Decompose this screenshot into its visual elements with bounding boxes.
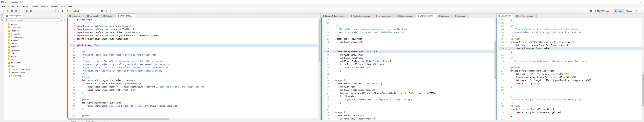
perspective-keyword[interactable]: Keyword: [614, 9, 624, 13]
tree-item-libs[interactable]: ▸libs: [4, 64, 67, 67]
console-view-icon[interactable]: ▤: [1, 18, 4, 21]
tree-item-my-reports[interactable]: ▸my-reports: [4, 48, 67, 52]
tree-item-qo[interactable]: ▸qo: [4, 58, 67, 61]
record-web-icon[interactable]: ●: [46, 9, 50, 13]
search-icon[interactable]: ○: [109, 9, 113, 13]
expand-arrow-icon[interactable]: ▸: [6, 46, 8, 48]
close-icon[interactable]: ×: [394, 15, 396, 17]
menu-testops[interactable]: TestOps: [39, 5, 50, 8]
outline-view-icon[interactable]: ≡: [1, 22, 4, 25]
tree-item-profiles[interactable]: ▸Profiles: [4, 23, 67, 26]
tab-tests-explorer[interactable]: Tests Explorer: [4, 14, 23, 18]
tree-item-include[interactable]: ▸Include: [4, 42, 67, 45]
stop-icon[interactable]: ■: [65, 9, 69, 13]
close-icon[interactable]: ×: [133, 15, 134, 17]
settings-icon[interactable]: ⚙: [104, 9, 108, 13]
menu-tools[interactable]: Tools: [59, 5, 67, 8]
collapse-all-icon[interactable]: ⊟: [63, 19, 66, 22]
redo-icon[interactable]: ↷: [40, 9, 44, 13]
expand-arrow-icon[interactable]: ▸: [6, 49, 8, 51]
editor-tab-listener1-login-groovy[interactable]: Listener1_Login.groovy×: [321, 14, 349, 18]
vertical-scrollbar[interactable]: [318, 18, 320, 118]
close-icon[interactable]: ×: [512, 15, 513, 17]
menu-project[interactable]: Project: [22, 5, 30, 8]
vertical-scrollbar[interactable]: [642, 18, 644, 120]
editor-tab-not-equal[interactable]: not-equal×: [86, 14, 102, 18]
tree-item-test-suites[interactable]: ▸Test Suites: [4, 29, 67, 32]
scrollbar-thumb[interactable]: [642, 74, 644, 107]
save-icon[interactable]: ▦: [10, 9, 14, 13]
debug-icon[interactable]: ▶: [61, 9, 65, 13]
code-area[interactable]: package pagesimport com.kms.katalon.core…: [76, 18, 318, 118]
expand-arrow-icon[interactable]: ▸: [6, 65, 8, 67]
maximize-button[interactable]: □: [628, 0, 636, 4]
editor-tab-instrument-groovy[interactable]: instrument.groovy×: [374, 14, 397, 18]
minimize-view-icon[interactable]: –: [60, 14, 63, 17]
project-dropdown[interactable]: MERCK-pulse ▾: [594, 9, 612, 13]
editor-tab-testlistener-groovy[interactable]: TestListener.groovy×: [349, 14, 374, 18]
scrollbar-thumb[interactable]: [68, 118, 169, 120]
tree-item-keywords[interactable]: ▸Keywords: [4, 32, 67, 36]
spy-web-icon[interactable]: ◎: [50, 9, 54, 13]
expand-arrow-icon[interactable]: ▸: [6, 56, 8, 57]
horizontal-scrollbar[interactable]: [67, 118, 320, 120]
close-icon[interactable]: ×: [466, 15, 467, 17]
scrollbar-thumb[interactable]: [494, 41, 496, 79]
expand-arrow-icon[interactable]: ▸: [6, 62, 8, 64]
perspective-grid-icon[interactable]: ▦: [589, 9, 593, 13]
editor-tab-utils-groovy[interactable]: utils.groovy×: [497, 14, 514, 18]
expand-arrow-icon[interactable]: ▸: [6, 27, 8, 29]
tree-item-test-listeners[interactable]: ▸Test Listeners: [4, 36, 67, 39]
scrollbar-thumb[interactable]: [319, 20, 320, 62]
event-log-icon[interactable]: ▤: [635, 9, 638, 13]
copy-icon[interactable]: ▣: [25, 9, 29, 13]
tree-item-null[interactable]: ▸null: [4, 52, 67, 55]
profile-dropdown[interactable]: default▾: [72, 9, 97, 13]
menu-help[interactable]: Help: [67, 5, 74, 8]
expand-arrow-icon[interactable]: ▸: [6, 59, 8, 60]
menu-file[interactable]: File: [1, 5, 7, 8]
undo-icon[interactable]: ↶: [36, 9, 40, 13]
save-all-icon[interactable]: ▩: [14, 9, 18, 13]
expand-arrow-icon[interactable]: ▸: [6, 30, 8, 32]
notifications-icon[interactable]: ●: [638, 9, 642, 13]
code-area[interactable]: } /** * Formats the supplied date value …: [506, 18, 642, 120]
editor-tab-core-groovy[interactable]: core.groovy×: [68, 14, 86, 18]
editor-tab-jscore-groovy[interactable]: jsCore.groovy×: [116, 14, 136, 18]
tree-item-plugins[interactable]: ▸Plugins: [4, 55, 67, 58]
tree-item-browser-groovy[interactable]: Browser.groovy: [4, 71, 67, 74]
expand-arrow-icon[interactable]: ▸: [6, 36, 8, 38]
tree-item-reports[interactable]: ▸Reports: [4, 39, 67, 42]
editor-tab-shortie[interactable]: Shortie×: [102, 14, 116, 18]
close-icon[interactable]: ×: [346, 15, 348, 17]
code-area[interactable]: } /* * Closes the current browser instan…: [330, 18, 494, 120]
editor-tab-rootpage-groovy[interactable]: rootPage.groovy×: [515, 14, 537, 18]
close-icon[interactable]: ×: [450, 15, 451, 17]
paste-icon[interactable]: ▨: [29, 9, 33, 13]
vertical-scrollbar[interactable]: [494, 18, 496, 120]
menu-debug[interactable]: Debug: [30, 5, 39, 8]
maximize-view-icon[interactable]: □: [63, 14, 66, 17]
menu-edit[interactable]: Edit: [15, 5, 22, 8]
close-icon[interactable]: ×: [371, 15, 372, 17]
expand-arrow-icon[interactable]: ▸: [6, 33, 8, 35]
menu-window[interactable]: Window: [50, 5, 59, 8]
close-icon[interactable]: ×: [113, 15, 114, 17]
close-icon[interactable]: ×: [434, 15, 436, 17]
editor-tab-js-groovy[interactable]: js.groovy×: [453, 14, 469, 18]
tree-item-archived[interactable]: ▸Archived: [4, 45, 67, 48]
expand-arrow-icon[interactable]: ▸: [6, 43, 8, 44]
open-icon[interactable]: ▤: [6, 9, 10, 13]
expand-arrow-icon[interactable]: ▸: [6, 40, 8, 41]
close-icon[interactable]: ×: [534, 15, 535, 17]
expand-arrow-icon[interactable]: ▸: [6, 24, 8, 25]
close-icon[interactable]: ×: [413, 15, 414, 17]
close-button[interactable]: ×: [636, 0, 644, 4]
new-icon[interactable]: ✚: [1, 9, 5, 13]
perspective-debug[interactable]: Debug: [625, 9, 634, 13]
tree-item-listener1-login-groovy[interactable]: Listener1_Login.groovy: [4, 67, 67, 71]
editor-tab-browser-groovy[interactable]: Browser.groovy×: [416, 14, 437, 18]
filter-icon[interactable]: ▾: [60, 19, 63, 22]
close-icon[interactable]: ×: [99, 15, 100, 17]
editor-tab-jq-groovy[interactable]: jq.groovy×: [437, 14, 453, 18]
